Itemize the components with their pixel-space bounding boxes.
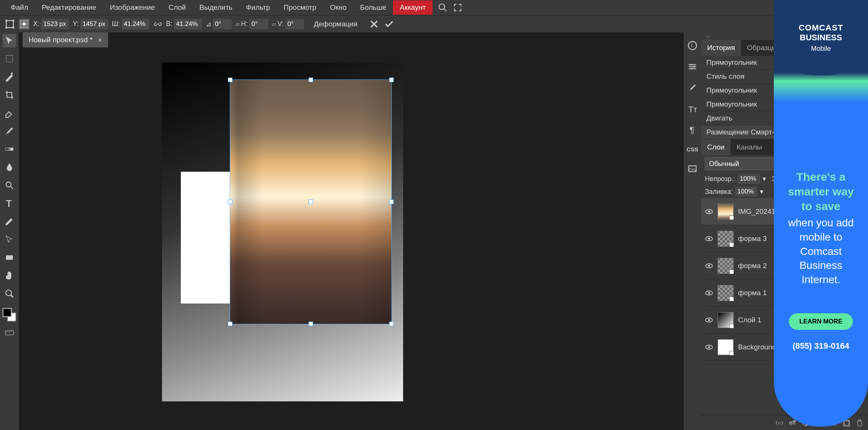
path-tool[interactable]	[3, 233, 16, 246]
menu-select[interactable]: Выделить	[193, 0, 239, 15]
paragraph-icon[interactable]: ¶	[688, 125, 697, 135]
menubar: Файл Редактирование Изображение Слой Выд…	[0, 0, 868, 15]
ad-cta-button[interactable]: LEARN MORE	[789, 313, 853, 330]
layer-name[interactable]: Слой 1	[738, 316, 761, 324]
history-tab[interactable]: История	[701, 40, 741, 56]
image-panel-icon[interactable]	[688, 164, 697, 174]
move-tool[interactable]	[3, 34, 16, 47]
svg-point-44	[708, 319, 710, 321]
document-tab-title: Новый проект.psd *	[29, 36, 93, 44]
info-icon[interactable]: i	[688, 41, 697, 50]
layer-thumbnail[interactable]	[718, 285, 734, 301]
h-input[interactable]	[174, 19, 202, 29]
shape-tool[interactable]	[3, 251, 16, 264]
canvas-workspace[interactable]: Новый проект.psd * ×	[19, 32, 683, 430]
dropdown-icon[interactable]: ▾	[763, 175, 766, 183]
vskew-input[interactable]	[285, 19, 304, 29]
confirm-icon[interactable]	[384, 19, 394, 29]
wand-tool[interactable]	[3, 70, 16, 84]
svg-rect-9	[6, 55, 12, 62]
dropdown-icon[interactable]: ▾	[760, 188, 763, 196]
cancel-icon[interactable]	[369, 19, 379, 29]
pen-tool[interactable]	[3, 215, 16, 228]
handle-ml[interactable]	[228, 200, 232, 204]
gradient-tool[interactable]	[3, 142, 16, 156]
menu-window[interactable]: Окно	[323, 0, 353, 15]
delete-layer-icon[interactable]	[856, 419, 863, 427]
close-tab-icon[interactable]: ×	[98, 36, 102, 44]
layer-name[interactable]: форма 2	[738, 262, 767, 270]
layer-thumbnail[interactable]	[718, 204, 734, 220]
visibility-icon[interactable]	[705, 343, 713, 351]
handle-mc[interactable]	[309, 200, 313, 204]
layer-thumbnail[interactable]	[718, 258, 734, 274]
zoom-tool[interactable]	[3, 287, 16, 300]
menu-layer[interactable]: Слой	[162, 0, 193, 15]
opacity-input[interactable]	[738, 174, 760, 184]
smart-object-bounds[interactable]	[230, 79, 392, 324]
handle-mr[interactable]	[389, 200, 394, 204]
ad-info-icon[interactable]: ▷ ✕	[857, 1, 866, 6]
css-panel-icon[interactable]: CSS	[687, 146, 698, 152]
handle-br[interactable]	[389, 322, 394, 326]
brush-tool[interactable]	[3, 124, 16, 138]
w-label: Ш:	[112, 20, 120, 28]
sliders-icon[interactable]	[688, 62, 697, 72]
marquee-tool[interactable]	[3, 52, 16, 66]
hand-tool[interactable]	[3, 269, 16, 282]
layer-name[interactable]: форма 1	[738, 289, 767, 297]
x-input[interactable]	[41, 19, 69, 29]
link-icon[interactable]	[153, 20, 162, 29]
advertisement[interactable]: ▷ ✕ COMCAST BUSINESS Mobile There's a sm…	[774, 0, 868, 427]
menu-view[interactable]: Просмотр	[277, 0, 323, 15]
search-icon[interactable]	[438, 3, 448, 12]
dodge-tool[interactable]	[3, 178, 16, 192]
visibility-icon[interactable]	[705, 316, 713, 324]
menu-account[interactable]: Аккаунт	[393, 0, 432, 15]
layer-thumbnail[interactable]	[718, 339, 734, 355]
layers-tab[interactable]: Слои	[701, 139, 730, 155]
color-swatches[interactable]	[3, 308, 16, 322]
canvas[interactable]	[162, 63, 403, 401]
document-tab[interactable]: Новый проект.psd * ×	[23, 32, 108, 47]
menu-file[interactable]: Файл	[4, 0, 35, 15]
handle-bl[interactable]	[228, 322, 232, 326]
angle-input[interactable]	[213, 19, 232, 29]
visibility-icon[interactable]	[705, 289, 713, 297]
handle-tc[interactable]	[309, 78, 313, 82]
visibility-icon[interactable]	[705, 262, 713, 270]
blur-tool[interactable]	[3, 160, 16, 174]
brush-panel-icon[interactable]	[688, 83, 697, 93]
svg-text:i: i	[691, 42, 692, 49]
menu-image[interactable]: Изображение	[103, 0, 162, 15]
menu-filter[interactable]: Фильтр	[239, 0, 277, 15]
handle-tl[interactable]	[228, 78, 232, 82]
text-tool[interactable]: T	[3, 197, 16, 210]
transform-icon[interactable]	[5, 19, 15, 29]
effects-label[interactable]: eff	[789, 419, 796, 426]
crop-tool[interactable]	[3, 88, 16, 102]
character-icon[interactable]: Tт	[688, 104, 697, 114]
menu-more[interactable]: Больше	[353, 0, 393, 15]
eraser-tool[interactable]	[3, 106, 16, 120]
hskew-input[interactable]	[249, 19, 268, 29]
visibility-icon[interactable]	[705, 235, 713, 243]
handle-bc[interactable]	[309, 322, 313, 326]
link-layers-icon[interactable]	[776, 419, 783, 427]
y-input[interactable]	[80, 19, 108, 29]
channels-tab[interactable]: Каналы	[730, 139, 768, 155]
layer-name[interactable]: форма 3	[738, 235, 767, 243]
menu-edit[interactable]: Редактирование	[35, 0, 103, 15]
layer-thumbnail[interactable]	[718, 312, 734, 328]
fill-input[interactable]	[735, 187, 758, 197]
warp-label[interactable]: Деформация	[314, 20, 358, 28]
layer-name[interactable]: Background	[738, 343, 776, 351]
ad-subtext: when you add mobile to Comcast Business …	[781, 216, 860, 287]
fullscreen-icon[interactable]	[453, 3, 463, 12]
visibility-icon[interactable]	[705, 207, 713, 216]
layer-thumbnail[interactable]	[718, 231, 734, 247]
handle-tr[interactable]	[389, 78, 394, 82]
w-input[interactable]	[122, 19, 150, 29]
reference-point-grid[interactable]	[19, 19, 29, 29]
keyboard-icon[interactable]	[3, 326, 16, 340]
